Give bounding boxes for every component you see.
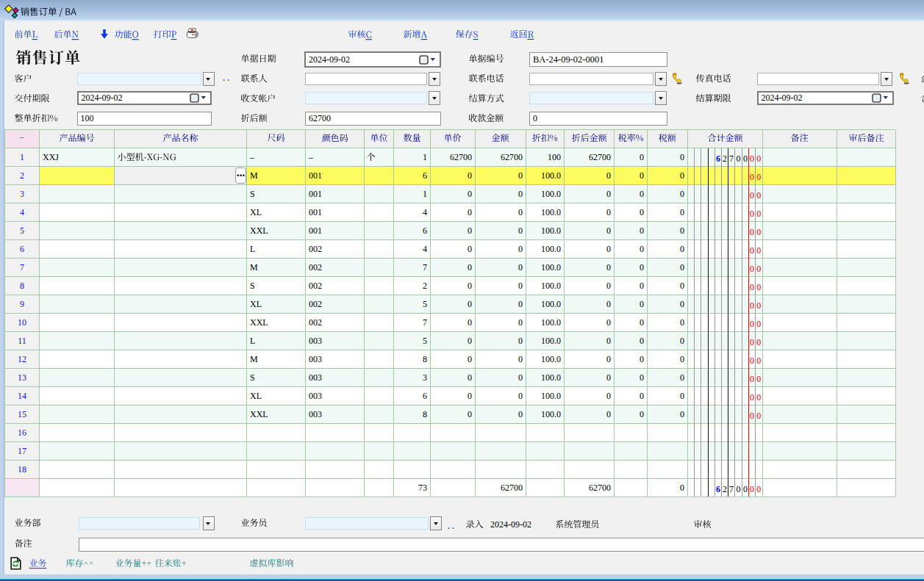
svg-text:0: 0 xyxy=(756,337,761,347)
svg-text:0: 0 xyxy=(756,264,761,274)
svg-text:0: 0 xyxy=(756,374,761,384)
svg-text:2: 2 xyxy=(723,154,727,164)
svg-text:0: 0 xyxy=(756,227,761,237)
svg-text:0: 0 xyxy=(750,209,754,219)
svg-text:0: 0 xyxy=(756,172,761,182)
svg-text:0: 0 xyxy=(750,319,754,329)
svg-text:0: 0 xyxy=(750,411,754,421)
svg-text:0: 0 xyxy=(750,392,754,403)
svg-text:0: 0 xyxy=(750,227,754,237)
svg-text:0: 0 xyxy=(756,209,761,219)
svg-text:0: 0 xyxy=(750,154,754,164)
svg-text:0: 0 xyxy=(737,154,741,164)
svg-text:0: 0 xyxy=(756,319,761,329)
svg-text:0: 0 xyxy=(756,282,761,292)
svg-text:0: 0 xyxy=(750,282,754,292)
svg-text:0: 0 xyxy=(756,411,761,421)
svg-text:6: 6 xyxy=(716,484,720,494)
svg-text:0: 0 xyxy=(750,374,754,384)
svg-text:0: 0 xyxy=(743,484,748,494)
svg-text:0: 0 xyxy=(737,484,741,494)
svg-text:0: 0 xyxy=(756,392,761,403)
svg-text:0: 0 xyxy=(756,245,761,256)
svg-text:0: 0 xyxy=(750,356,754,366)
svg-text:0: 0 xyxy=(750,264,754,274)
svg-text:0: 0 xyxy=(756,190,761,201)
svg-text:0: 0 xyxy=(756,484,761,494)
svg-text:0: 0 xyxy=(750,190,754,201)
svg-text:0: 0 xyxy=(750,337,754,347)
svg-text:0: 0 xyxy=(750,172,754,182)
svg-text:0: 0 xyxy=(756,300,761,311)
svg-text:0: 0 xyxy=(743,154,748,164)
svg-text:2: 2 xyxy=(723,484,727,494)
svg-text:7: 7 xyxy=(729,484,734,494)
svg-text:0: 0 xyxy=(756,356,761,366)
svg-text:0: 0 xyxy=(750,300,754,311)
svg-text:0: 0 xyxy=(756,154,761,164)
svg-text:6: 6 xyxy=(716,154,720,164)
svg-text:0: 0 xyxy=(750,484,754,494)
svg-text:7: 7 xyxy=(729,154,734,164)
svg-text:0: 0 xyxy=(750,245,754,256)
